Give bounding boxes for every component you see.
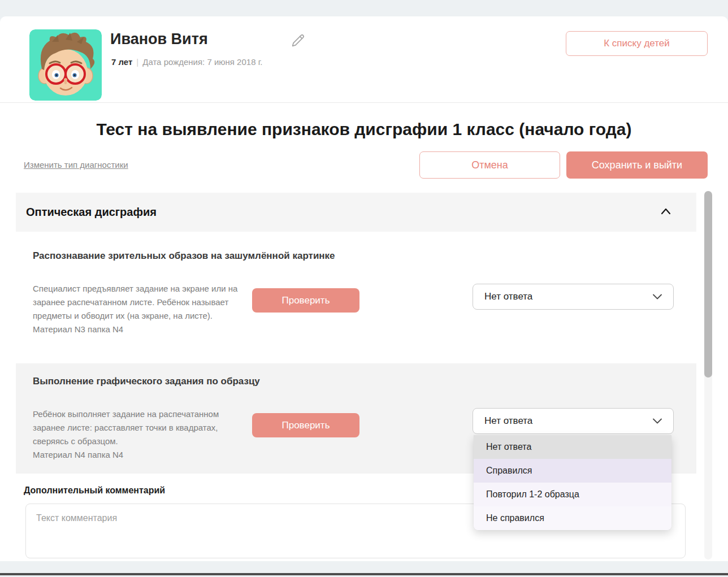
child-avatar [29, 29, 102, 101]
task-material: Материал N4 папка N4 [33, 448, 246, 462]
dropdown-option[interactable]: Повторил 1-2 образца [474, 483, 671, 506]
task-title: Выполнение графического задания по образ… [33, 376, 260, 387]
chevron-down-icon [653, 291, 662, 302]
child-birth-date: Дата рождения: 7 июня 2018 г. [142, 57, 262, 67]
task-title: Распознавание зрительных образов на зашу… [33, 250, 335, 262]
edit-name-button[interactable] [289, 33, 306, 50]
task-description-text: Специалист предъявляет задание на экране… [33, 282, 246, 323]
dropdown-option[interactable]: Справился [474, 459, 671, 483]
window-bottom-edge [0, 573, 728, 575]
check-task-button[interactable]: Проверить [252, 288, 359, 313]
pencil-icon [290, 42, 306, 50]
page-title: Тест на выявление признаков дисграфии 1 … [0, 120, 728, 139]
change-diagnostic-type-link[interactable]: Изменить тип диагностики [24, 160, 128, 170]
answer-select-value: Нет ответа [484, 291, 653, 302]
comment-label: Дополнительный комментарий [24, 485, 165, 496]
child-name: Иванов Витя [110, 31, 208, 48]
chevron-down-icon [653, 415, 662, 427]
back-to-children-list-button[interactable]: К списку детей [566, 31, 708, 56]
task-description: Ребёнок выполняет задание на распечатанн… [33, 407, 246, 462]
section-optical-dysgraphia[interactable]: Оптическая дисграфия [16, 193, 696, 232]
dropdown-option-selected[interactable]: Нет ответа [474, 435, 671, 459]
meta-separator: | [132, 57, 142, 67]
child-age: 7 лет [111, 57, 132, 67]
task-material: Материал N3 папка N4 [33, 323, 246, 336]
answer-select-open[interactable]: Нет ответа [473, 408, 674, 434]
task-description: Специалист предъявляет задание на экране… [33, 282, 246, 336]
child-meta: 7 лет|Дата рождения: 7 июня 2018 г. [111, 57, 262, 67]
answer-select[interactable]: Нет ответа [473, 284, 674, 310]
collapse-section-button[interactable] [659, 207, 673, 218]
section-title: Оптическая дисграфия [26, 206, 659, 219]
page: Иванов Витя 7 лет|Дата рождения: 7 июня … [0, 0, 728, 577]
task-description-text: Ребёнок выполняет задание на распечатанн… [33, 407, 246, 448]
chevron-up-icon [661, 208, 671, 216]
cancel-button[interactable]: Отмена [419, 151, 560, 179]
scrollbar-thumb[interactable] [704, 191, 712, 378]
child-avatar-illustration [29, 29, 102, 101]
check-task-button[interactable]: Проверить [252, 413, 359, 437]
header-divider [0, 102, 728, 103]
save-and-exit-button[interactable]: Сохранить и выйти [566, 151, 708, 179]
answer-dropdown-options: Нет ответа Справился Повторил 1-2 образц… [474, 435, 671, 530]
dropdown-option[interactable]: Не справился [474, 506, 671, 530]
answer-select-value: Нет ответа [484, 415, 653, 427]
